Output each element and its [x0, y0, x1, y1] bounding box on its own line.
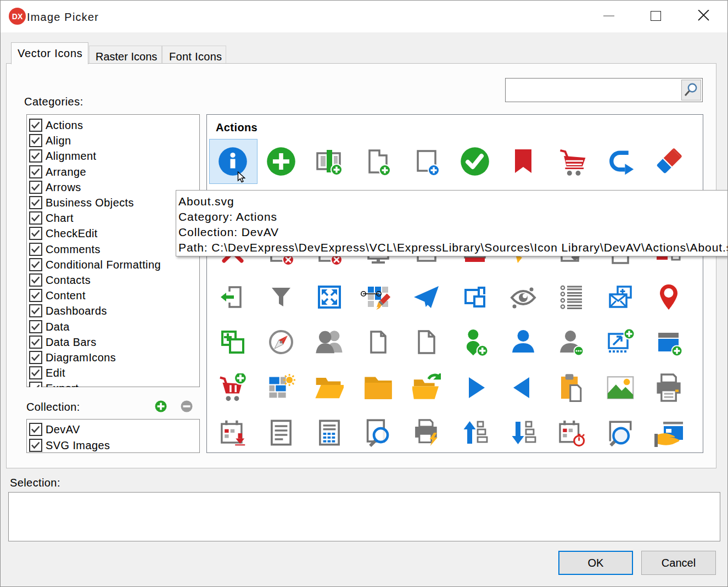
svg-text:DX: DX — [12, 12, 23, 21]
